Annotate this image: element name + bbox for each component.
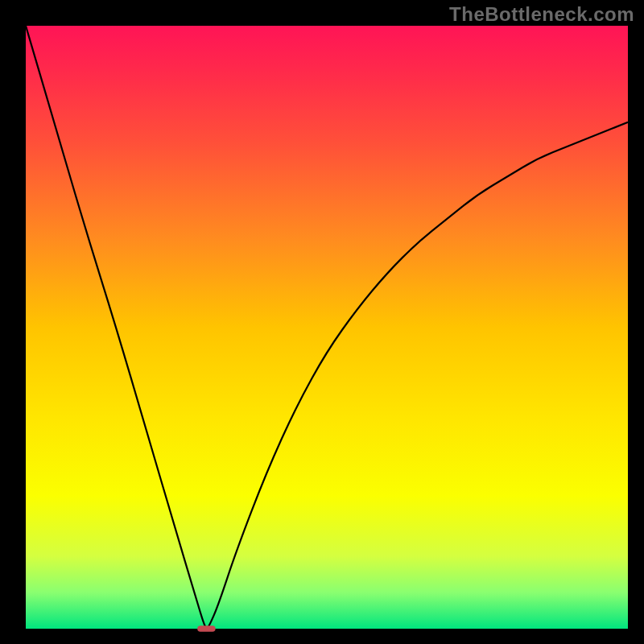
watermark-text: TheBottleneck.com: [449, 3, 634, 26]
trough-marker: [197, 625, 215, 631]
bottleneck-chart: [0, 0, 644, 644]
chart-frame: TheBottleneck.com: [0, 0, 644, 644]
